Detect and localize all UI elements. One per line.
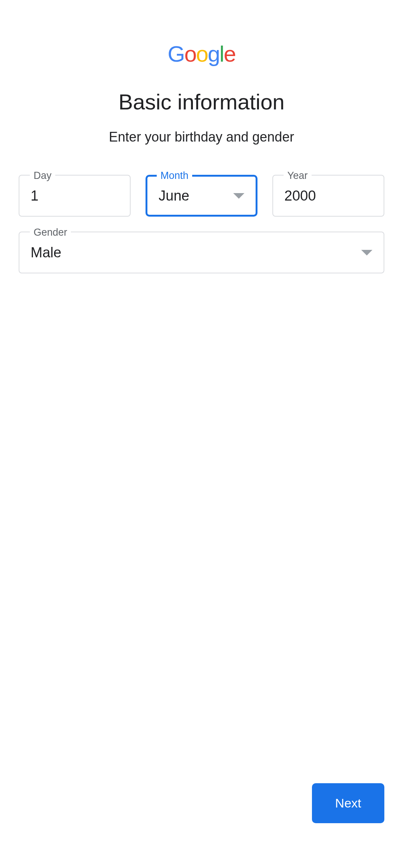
logo-letter-g2: g bbox=[208, 41, 219, 66]
dropdown-arrow-icon bbox=[233, 193, 244, 199]
logo-letter-o2: o bbox=[196, 41, 207, 66]
month-value: June bbox=[159, 188, 189, 204]
logo-letter-o1: o bbox=[184, 41, 196, 66]
birthday-gender-form: Day Month June Year Gender bbox=[19, 175, 384, 273]
month-label: Month bbox=[157, 170, 192, 182]
logo-letter-l: l bbox=[219, 41, 224, 66]
page-subtitle: Enter your birthday and gender bbox=[19, 129, 384, 145]
year-input[interactable] bbox=[284, 188, 372, 204]
gender-value: Male bbox=[31, 245, 61, 261]
dropdown-arrow-icon bbox=[361, 250, 372, 255]
year-field[interactable]: Year bbox=[272, 175, 384, 217]
gender-label: Gender bbox=[30, 227, 71, 238]
google-logo: Google bbox=[19, 0, 384, 67]
day-input[interactable] bbox=[31, 188, 119, 204]
logo-letter-e: e bbox=[224, 41, 235, 66]
logo-letter-g: G bbox=[168, 41, 184, 66]
gender-field[interactable]: Gender Male bbox=[19, 232, 384, 273]
month-field[interactable]: Month June bbox=[146, 175, 257, 217]
day-label: Day bbox=[30, 170, 55, 182]
day-field[interactable]: Day bbox=[19, 175, 131, 217]
year-label: Year bbox=[284, 170, 312, 182]
next-button[interactable]: Next bbox=[312, 783, 384, 823]
page-title: Basic information bbox=[19, 89, 384, 114]
